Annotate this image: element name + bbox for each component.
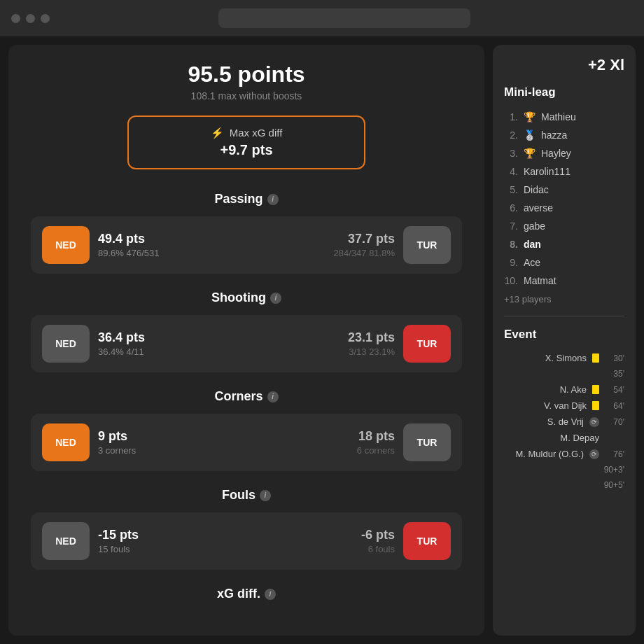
rank: 6. xyxy=(504,202,518,214)
info-icon-corners[interactable]: i xyxy=(267,391,279,402)
more-players: +13 players xyxy=(504,294,624,304)
player-name: Matmat xyxy=(524,275,556,286)
event-item: S. de Vrij ⟳ 70' xyxy=(504,414,624,430)
stat-pts-right-fouls: -6 pts xyxy=(251,528,395,542)
event-player: M. Muldur (O.G.) xyxy=(515,449,584,459)
browser-chrome xyxy=(0,0,644,36)
traffic-light-close[interactable] xyxy=(11,14,20,23)
stat-sub-left-fouls: 15 fouls xyxy=(98,544,242,554)
team-badge-tur-shooting[interactable]: TUR xyxy=(403,325,451,363)
boost-title: ⚡ Max xG diff xyxy=(146,127,347,139)
trophy-bronze-icon: 🏆 xyxy=(524,148,536,159)
rank: 9. xyxy=(504,257,518,268)
rank: 8. xyxy=(504,239,518,250)
team-badge-ned-fouls[interactable]: NED xyxy=(42,522,90,560)
traffic-light-max[interactable] xyxy=(41,14,50,23)
section-title-xgdiff: xG diff. i xyxy=(31,587,462,601)
event-item: M. Muldur (O.G.) ⟳ 76' xyxy=(504,446,624,462)
yellow-card-icon xyxy=(592,354,599,363)
event-player: S. de Vrij xyxy=(547,416,584,427)
event-time: 30' xyxy=(605,354,624,363)
events-title: Event xyxy=(504,328,624,342)
stat-left-corners: 9 pts 3 corners xyxy=(98,429,242,456)
stat-pts-left-shooting: 36.4 pts xyxy=(98,330,242,345)
event-player: N. Ake xyxy=(560,384,587,395)
player-name: Hayley xyxy=(541,148,571,159)
league-list: 1.🏆Mathieu2.🥈hazza3.🏆Hayley4.Karolin1115… xyxy=(504,108,624,290)
league-item: 4.Karolin111 xyxy=(504,162,624,181)
player-name: hazza xyxy=(541,130,567,141)
team-badge-tur-fouls[interactable]: TUR xyxy=(403,522,451,560)
league-item: 10.Matmat xyxy=(504,272,624,290)
event-item: X. Simons 30' xyxy=(504,350,624,366)
league-item: 3.🏆Hayley xyxy=(504,144,624,162)
section-xgdiff: xG diff. i xyxy=(31,587,462,601)
yellow-card-icon xyxy=(592,401,599,410)
event-item: V. van Dijk 64' xyxy=(504,398,624,414)
mini-league-title: Mini-leag xyxy=(504,85,624,99)
stat-left-passing: 49.4 pts 89.6% 476/531 xyxy=(98,232,242,258)
boost-card: ⚡ Max xG diff +9.7 pts xyxy=(127,115,365,169)
team-badge-tur-passing[interactable]: TUR xyxy=(403,226,451,264)
info-icon-shooting[interactable]: i xyxy=(270,293,281,304)
player-name: Mathieu xyxy=(541,111,576,122)
events-list: X. Simons 30' 35' N. Ake 54' V. van Dijk… xyxy=(504,350,624,493)
stat-pts-right-passing: 37.7 pts xyxy=(251,232,395,246)
event-time: 35' xyxy=(605,369,624,379)
team-badge-ned-corners[interactable]: NED xyxy=(42,424,90,461)
info-icon-fouls[interactable]: i xyxy=(260,490,271,501)
main-layout: 95.5 points 108.1 max without boosts ⚡ M… xyxy=(0,36,644,644)
sub-icon: ⟳ xyxy=(589,417,599,427)
rank: 1. xyxy=(504,111,518,122)
stat-sub-right-shooting: 3/13 23.1% xyxy=(251,346,395,357)
rank: 7. xyxy=(504,220,518,232)
right-panel: +2 Xl Mini-leag 1.🏆Mathieu2.🥈hazza3.🏆Hay… xyxy=(493,45,636,636)
stat-left-fouls: -15 pts 15 fouls xyxy=(98,528,242,554)
event-time: 90+5' xyxy=(604,480,624,490)
league-item: 1.🏆Mathieu xyxy=(504,108,624,126)
event-time: 54' xyxy=(605,385,624,395)
traffic-light-min[interactable] xyxy=(26,14,35,23)
section-fouls: Fouls i NED -15 pts 15 fouls -6 pts 6 fo… xyxy=(31,488,462,570)
event-time: 90+3' xyxy=(604,465,624,475)
rank: 5. xyxy=(504,184,518,195)
event-item: M. Depay xyxy=(504,430,624,446)
stat-sub-left-passing: 89.6% 476/531 xyxy=(98,248,242,258)
league-item: 5.Didac xyxy=(504,181,624,199)
event-item: 90+3' xyxy=(504,462,624,477)
info-icon-xgdiff[interactable]: i xyxy=(265,589,276,600)
rank: 3. xyxy=(504,148,518,159)
team-badge-ned-passing[interactable]: NED xyxy=(42,226,90,264)
stat-row-corners: NED 9 pts 3 corners 18 pts 6 corners TUR xyxy=(31,414,462,471)
event-time: 64' xyxy=(605,401,624,411)
section-title-passing: Passing i xyxy=(31,192,462,206)
divider xyxy=(504,316,624,316)
points-header: 95.5 points 108.1 max without boosts xyxy=(31,62,462,102)
player-name: Ace xyxy=(524,257,540,268)
stat-pts-left-fouls: -15 pts xyxy=(98,528,242,542)
event-item: 90+5' xyxy=(504,477,624,493)
player-name: gabe xyxy=(524,220,545,232)
boost-icon: ⚡ xyxy=(211,127,224,139)
stat-row-fouls: NED -15 pts 15 fouls -6 pts 6 fouls TUR xyxy=(31,512,462,570)
player-name: dan xyxy=(524,239,541,250)
boost-title-text: Max xG diff xyxy=(230,127,283,139)
stat-pts-left-corners: 9 pts xyxy=(98,429,242,444)
section-title-shooting: Shooting i xyxy=(31,290,462,305)
stat-sub-left-shooting: 36.4% 4/11 xyxy=(98,346,242,357)
trophy-gold-icon: 🏆 xyxy=(524,111,536,122)
section-passing: Passing i NED 49.4 pts 89.6% 476/531 37.… xyxy=(31,192,462,274)
boost-value: +9.7 pts xyxy=(146,142,347,158)
team-badge-tur-corners[interactable]: TUR xyxy=(403,424,451,461)
stat-left-shooting: 36.4 pts 36.4% 4/11 xyxy=(98,330,242,357)
section-corners: Corners i NED 9 pts 3 corners 18 pts 6 c… xyxy=(31,389,462,471)
stat-divider-passing: 37.7 pts 284/347 81.8% xyxy=(251,232,395,258)
stat-divider-corners: 18 pts 6 corners xyxy=(251,429,395,456)
address-bar[interactable] xyxy=(218,8,470,28)
event-player: M. Depay xyxy=(560,433,599,443)
team-badge-ned-shooting[interactable]: NED xyxy=(42,325,90,363)
info-icon-passing[interactable]: i xyxy=(267,194,279,205)
league-item: 9.Ace xyxy=(504,253,624,272)
section-shooting: Shooting i NED 36.4 pts 36.4% 4/11 23.1 … xyxy=(31,290,462,372)
section-title-fouls: Fouls i xyxy=(31,488,462,503)
